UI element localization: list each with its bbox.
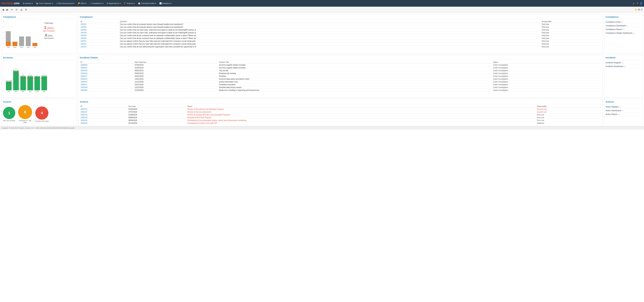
nav-checklist-audits[interactable]: 📋 Checklist Audits ▾ [136, 1, 158, 5]
incident-id[interactable]: 1000419 [80, 72, 134, 75]
back-button[interactable]: ◀ [2, 8, 5, 11]
nav-link[interactable]: Incidents Dashboard — [606, 64, 641, 68]
incident-id[interactable]: 1000316 [80, 69, 134, 72]
action-id[interactable]: 1000131 [80, 108, 128, 111]
bubble[interactable]: 4 [35, 106, 48, 120]
compliance-question: Can you confirm that all key contracts h… [119, 34, 541, 37]
question-icon[interactable]: ? [637, 2, 638, 5]
grid-icon[interactable]: ⊞ [638, 8, 640, 11]
action-name[interactable]: Development of an information system, de… [187, 119, 536, 122]
compliance-id[interactable]: 100220 [80, 34, 119, 37]
bubble[interactable]: 8 [18, 105, 32, 119]
incidents-table-title: Incidents Details [80, 56, 601, 60]
act-col-date: Due Date [128, 105, 187, 108]
refresh-button[interactable]: ↺ [15, 8, 18, 11]
bubble[interactable]: 1 [3, 107, 15, 119]
compliance-id[interactable]: 100223 [80, 45, 119, 48]
nav-risk-assessment[interactable]: ⚠ Risk Assessment ▾ [54, 1, 76, 5]
nav-link[interactable]: Action Dashboard — [606, 109, 641, 112]
actions-table-title: Actions [80, 100, 601, 104]
incident-status: Under Investigation [492, 75, 601, 78]
compliance-id[interactable]: 100160 [80, 31, 119, 34]
incident-status: Under Investigation [492, 69, 601, 72]
action-name[interactable]: Review of existing HR Policy and associa… [187, 113, 536, 116]
print-button[interactable]: 🖨 [19, 8, 23, 11]
nav-link[interactable]: Compliance Details Dashboard — [606, 31, 641, 35]
incident-status: Under Investigation [492, 89, 601, 92]
action-name[interactable]: Review of Recruitment and Retention Prog… [187, 108, 536, 111]
forward-button[interactable]: ▶ [6, 8, 9, 11]
col-responsible: Responsible [541, 20, 601, 23]
action-id[interactable]: 1000120 [80, 119, 128, 122]
nav-compliance[interactable]: ✓ Compliance ▾ [88, 1, 105, 5]
action-id[interactable]: 1000133 [80, 113, 128, 116]
incident-id[interactable]: 1000444 [80, 64, 134, 66]
compliance-responsible: First Line [541, 43, 601, 45]
table-row: 1000411 20/12/2018 Fraudulent transation… [80, 83, 601, 86]
action-responsible: Siddhesh [536, 122, 601, 125]
action-name[interactable]: Review of Services Agreement [187, 111, 536, 113]
compliance-id[interactable]: 100230 [80, 28, 119, 31]
action-id[interactable]: 1000135 [80, 116, 128, 119]
close-icon[interactable]: ✕ [641, 8, 642, 11]
nav-core-libraries[interactable]: 📚 Core Libraries ▾ [34, 1, 54, 5]
incident-id[interactable]: 1000417 [80, 75, 134, 78]
bubble-label: Overdue 180+ days [35, 120, 49, 122]
incident-date: 12/10/2018 [134, 89, 218, 92]
action-id[interactable]: 1000105 [80, 122, 128, 125]
compliance-id[interactable]: 100161 [80, 43, 119, 45]
nav-kris[interactable]: 🔑 KRIs ▾ [76, 1, 88, 5]
nav-link[interactable]: Compliance Entry — [606, 20, 641, 24]
incident-date: 12/12/2018 [134, 86, 218, 89]
edit-button[interactable]: ✏ [10, 8, 14, 11]
nav-actions[interactable]: 🚩 Actions ▾ [122, 1, 136, 5]
incident-status: Under Investigation [492, 64, 601, 66]
nav-system[interactable]: ⚙ System ▾ [21, 1, 34, 5]
user-icon[interactable]: 👤 [640, 2, 642, 5]
incident-id[interactable]: 1000168 [80, 89, 134, 92]
compliance-id[interactable]: 100224 [80, 23, 119, 26]
nav-link[interactable]: Compliance Report — [606, 27, 641, 31]
incident-id[interactable]: 1000411 [80, 83, 134, 86]
table-row: 1000135 09/08/2018 Renewal of Anti-Virus… [80, 116, 601, 119]
star-icon[interactable]: ⭐ [634, 8, 637, 11]
compliance-id[interactable]: 100166 [80, 37, 119, 40]
action-date: 30/09/2018 [128, 119, 187, 122]
bubble-label: Due next 30 days [3, 120, 15, 122]
table-row: 1000417 30/01/2019 Flooding Under Invest… [80, 75, 601, 78]
compliance-question: Can you confirm that all new staff joini… [119, 45, 541, 48]
incident-id[interactable]: 1000413 [80, 80, 134, 83]
incident-title: Fraudulent transation [218, 83, 492, 86]
nav-link[interactable]: Incidents Register — [606, 61, 641, 64]
compliance-id[interactable]: 100164 [80, 26, 119, 28]
bubble-group: 4Overdue 180+ days [35, 106, 49, 122]
incidents-table: ID Date Reported Incident Title Status 1… [80, 61, 601, 92]
incident-status: Under Investigation [492, 80, 601, 83]
table-row: 100160 Can you confirm that you have rea… [80, 31, 601, 34]
compliance-responsible: First Line [541, 26, 601, 28]
bubble-group: 1Due next 30 days [3, 107, 15, 122]
compliance-links-title: Compliance [606, 15, 641, 19]
compliance-chart-panel: Compliance 01234 Oct [2, 14, 77, 53]
compliance-id[interactable]: 100221 [80, 40, 119, 43]
table-row: 1000421 01/03/2019 Incorrect supplier de… [80, 66, 601, 69]
nav-analytics[interactable]: 📊 Analytics ▾ [158, 1, 173, 5]
compliance-responsible: First Line [541, 37, 601, 40]
compliance-chart-title: Compliance [3, 15, 75, 19]
nav-applications[interactable]: ⚙ Applications ▾ [105, 1, 122, 5]
incident-id[interactable]: 1000415 [80, 78, 134, 80]
chart-zero-pct: (0%) [48, 34, 52, 37]
nav-link[interactable]: Action Register — [606, 105, 641, 109]
incident-id[interactable]: 1000421 [80, 66, 134, 69]
action-name[interactable]: Renewal of Anti-Virus Program [187, 116, 536, 119]
nav-link[interactable]: Action Report — [606, 112, 641, 116]
compliance-responsible: First Line [541, 40, 601, 43]
incident-title: Incorrect legal advice provided to clien… [218, 78, 492, 80]
download-button[interactable]: ⬇ [24, 8, 28, 11]
nav-link[interactable]: Compliance Dashboard — [606, 24, 641, 27]
incident-id[interactable]: 1000339 [80, 86, 134, 89]
help-icon[interactable]: 🎓 [632, 2, 636, 5]
action-name[interactable]: Development of policy in line with APP [187, 122, 536, 125]
action-id[interactable]: 1000137 [80, 111, 128, 113]
y-axis: 01234 [3, 20, 5, 45]
